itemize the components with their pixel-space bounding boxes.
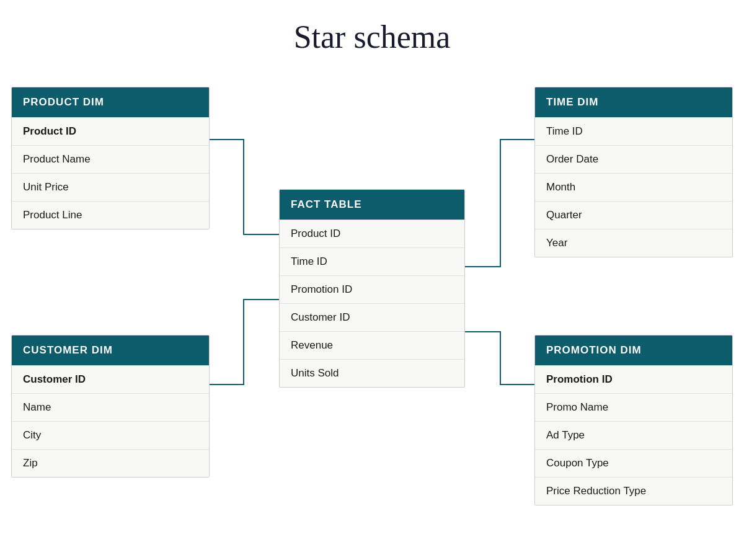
time-dim-table: TIME DIM Time ID Order Date Month Quarte… <box>534 87 733 257</box>
product-dim-row-2: Unit Price <box>12 173 209 201</box>
fact-table-row-4: Revenue <box>280 331 464 359</box>
fact-table-row-1: Time ID <box>280 247 464 275</box>
promotion-dim-row-4: Price Reduction Type <box>535 477 732 505</box>
fact-table-row-2: Promotion ID <box>280 275 464 303</box>
promotion-dim-header: PROMOTION DIM <box>535 336 732 365</box>
page-title: Star schema <box>0 0 744 68</box>
diagram-container: PRODUCT DIM Product ID Product Name Unit… <box>0 68 744 560</box>
promotion-dim-row-1: Promo Name <box>535 393 732 421</box>
fact-table-row-5: Units Sold <box>280 359 464 387</box>
time-dim-row-2: Month <box>535 173 732 201</box>
product-dim-table: PRODUCT DIM Product ID Product Name Unit… <box>11 87 210 229</box>
customer-dim-table: CUSTOMER DIM Customer ID Name City Zip <box>11 335 210 478</box>
time-dim-row-0: Time ID <box>535 117 732 145</box>
promotion-dim-table: PROMOTION DIM Promotion ID Promo Name Ad… <box>534 335 733 505</box>
time-dim-row-3: Quarter <box>535 201 732 229</box>
promotion-connector-line <box>465 332 534 384</box>
customer-dim-row-2: City <box>12 421 209 449</box>
product-dim-row-1: Product Name <box>12 145 209 173</box>
product-dim-row-0: Product ID <box>12 117 209 145</box>
customer-dim-header: CUSTOMER DIM <box>12 336 209 365</box>
time-dim-row-4: Year <box>535 229 732 257</box>
time-dim-row-1: Order Date <box>535 145 732 173</box>
customer-connector-line <box>210 300 279 384</box>
promotion-dim-row-0: Promotion ID <box>535 365 732 393</box>
customer-dim-row-1: Name <box>12 393 209 421</box>
fact-table-header: FACT TABLE <box>280 190 464 220</box>
product-dim-header: PRODUCT DIM <box>12 87 209 117</box>
product-connector-line <box>210 140 279 234</box>
fact-table: FACT TABLE Product ID Time ID Promotion … <box>279 189 465 388</box>
product-dim-row-3: Product Line <box>12 201 209 229</box>
time-dim-header: TIME DIM <box>535 87 732 117</box>
customer-dim-row-3: Zip <box>12 449 209 477</box>
fact-table-row-3: Customer ID <box>280 303 464 331</box>
fact-table-row-0: Product ID <box>280 220 464 247</box>
promotion-dim-row-2: Ad Type <box>535 421 732 449</box>
customer-dim-row-0: Customer ID <box>12 365 209 393</box>
time-connector-line <box>465 140 534 267</box>
promotion-dim-row-3: Coupon Type <box>535 449 732 477</box>
